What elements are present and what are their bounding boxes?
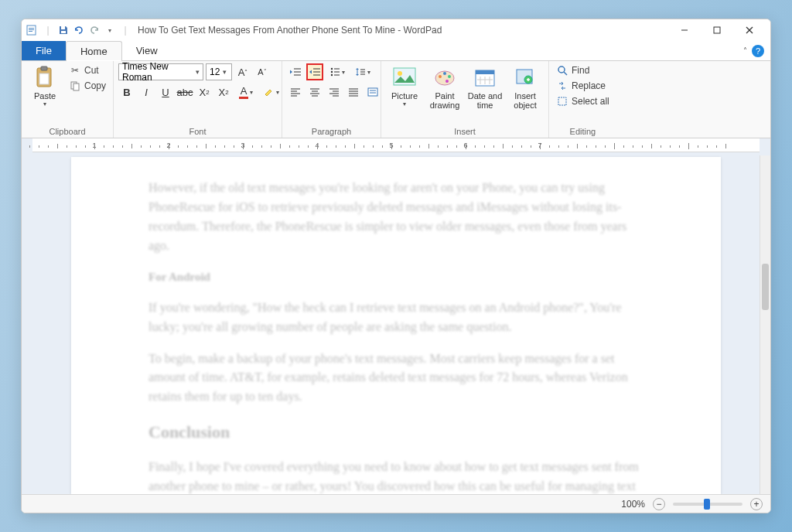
align-justify-button[interactable] (345, 84, 362, 101)
align-right-button[interactable] (326, 84, 343, 101)
replace-icon (556, 80, 568, 92)
insert-picture-button[interactable]: Picture ▾ (386, 63, 423, 107)
paint-icon (432, 65, 457, 90)
ribbon-tabs: File Home View ˄ ? (22, 41, 770, 61)
window-controls (668, 19, 766, 41)
clipboard-icon (32, 65, 57, 90)
subscript-button[interactable]: X2 (196, 84, 213, 101)
underline-button[interactable]: U (157, 84, 174, 101)
object-icon (513, 65, 538, 90)
align-left-button[interactable] (287, 84, 304, 101)
titlebar: | ▾ | How To Get Text Messages From Anot… (22, 19, 770, 41)
close-button[interactable] (733, 19, 766, 41)
help-icon[interactable]: ? (752, 45, 764, 57)
svg-point-21 (331, 68, 333, 70)
maximize-button[interactable] (701, 19, 733, 41)
statusbar: 100% − + (22, 494, 770, 513)
undo-icon[interactable] (73, 24, 85, 36)
zoom-level: 100% (621, 499, 645, 510)
group-insert: Picture ▾ Paint drawing Date and time (381, 61, 549, 138)
svg-rect-5 (61, 31, 66, 33)
italic-button[interactable]: I (138, 84, 155, 101)
font-size-combo[interactable]: 12▾ (206, 63, 232, 80)
scrollbar-thumb[interactable] (762, 264, 769, 310)
svg-rect-4 (61, 26, 65, 29)
vertical-scrollbar[interactable] (760, 155, 770, 494)
calendar-icon (473, 65, 497, 90)
superscript-button[interactable]: X2 (215, 84, 232, 101)
bold-button[interactable]: B (118, 84, 135, 101)
increase-indent-button[interactable] (306, 63, 323, 80)
wordpad-app-icon (26, 24, 39, 36)
insert-object-button[interactable]: Insert object (507, 63, 544, 110)
body-text: If you're wondering, "How the heck can I… (148, 298, 644, 337)
shrink-font-button[interactable]: A˅ (254, 63, 271, 80)
body-heading: Conclusion (148, 419, 644, 445)
group-label: Paragraph (287, 125, 376, 138)
ribbon-collapse-icon[interactable]: ˄ (743, 46, 747, 55)
divider: | (119, 24, 131, 36)
horizontal-ruler[interactable]: 1234567 (32, 138, 760, 152)
svg-rect-14 (73, 84, 79, 90)
group-label: Insert (386, 125, 544, 138)
bullet-list-button[interactable]: ▾ (326, 63, 349, 80)
font-name-combo[interactable]: Times New Roman▾ (118, 63, 203, 80)
svg-rect-47 (368, 88, 377, 96)
zoom-slider[interactable] (673, 503, 742, 506)
body-text: To begin, make a backup of your phone's … (148, 350, 644, 407)
replace-button[interactable]: Replace (554, 79, 612, 93)
divider: | (42, 24, 54, 36)
svg-point-54 (443, 72, 446, 75)
body-text: Finally, I hope I've covered everything … (148, 458, 644, 494)
font-color-button[interactable]: A▾ (234, 84, 258, 101)
align-center-button[interactable] (306, 84, 323, 101)
group-label: Editing (554, 125, 612, 138)
document-page[interactable]: However, if the old text messages you're… (71, 157, 721, 494)
tab-file[interactable]: File (22, 41, 66, 60)
zoom-out-button[interactable]: − (653, 498, 665, 510)
insert-paint-button[interactable]: Paint drawing (426, 63, 463, 110)
select-all-icon (556, 95, 568, 107)
cut-button[interactable]: ✂ Cut (67, 63, 108, 77)
copy-button[interactable]: Copy (67, 79, 108, 93)
tab-view[interactable]: View (122, 41, 172, 60)
qat-dropdown-icon[interactable]: ▾ (104, 24, 116, 36)
find-icon (556, 64, 568, 77)
svg-rect-2 (29, 29, 34, 30)
zoom-in-button[interactable]: + (750, 498, 763, 510)
svg-point-23 (331, 74, 333, 76)
select-all-button[interactable]: Select all (554, 94, 612, 108)
svg-point-55 (448, 75, 451, 78)
decrease-indent-button[interactable] (287, 63, 304, 80)
line-spacing-button[interactable]: ▾ (351, 63, 374, 80)
strikethrough-button[interactable]: abc (176, 84, 193, 101)
svg-rect-67 (558, 97, 566, 105)
save-icon[interactable] (57, 24, 70, 36)
group-paragraph: ▾ ▾ (282, 61, 381, 138)
insert-datetime-button[interactable]: Date and time (466, 63, 504, 110)
group-font: Times New Roman▾ 12▾ A˄ A˅ B I U abc X2 … (114, 61, 282, 138)
svg-point-53 (439, 75, 442, 78)
highlight-color-button[interactable]: ▾ (260, 84, 283, 101)
zoom-slider-thumb[interactable] (704, 499, 710, 510)
window-title: How To Get Text Messages From Another Ph… (138, 25, 442, 36)
tab-home[interactable]: Home (66, 41, 122, 61)
find-button[interactable]: Find (554, 63, 612, 77)
paste-button[interactable]: Paste ▾ (26, 63, 63, 107)
svg-point-51 (398, 71, 402, 76)
app-window: | ▾ | How To Get Text Messages From Anot… (21, 19, 771, 513)
svg-rect-3 (29, 31, 32, 32)
svg-rect-58 (476, 70, 494, 74)
group-editing: Find Replace Select all (549, 61, 616, 138)
copy-icon (69, 80, 81, 92)
document-area: 1234567 However, if the old text message… (22, 138, 770, 494)
svg-rect-11 (41, 66, 47, 70)
paragraph-dialog-button[interactable] (364, 84, 381, 101)
svg-rect-1 (29, 28, 34, 29)
redo-icon[interactable] (88, 24, 101, 36)
grow-font-button[interactable]: A˄ (234, 63, 251, 80)
group-label: Clipboard (26, 125, 108, 138)
minimize-button[interactable] (668, 19, 701, 41)
svg-point-22 (331, 71, 333, 73)
scissors-icon: ✂ (69, 64, 81, 77)
